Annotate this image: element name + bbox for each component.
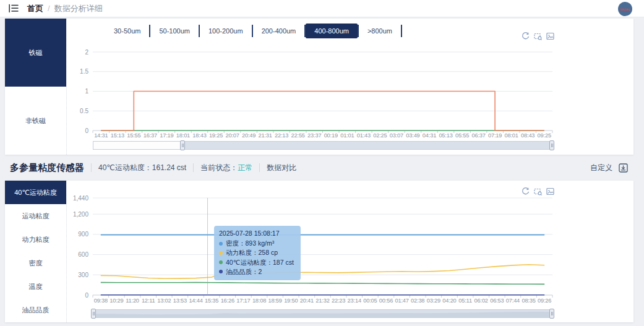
top-navbar: 首页 / 数据分析详细 inzec	[0, 0, 644, 17]
x-axis-label: 23:37	[307, 132, 321, 139]
x-axis-label: 19:25	[209, 132, 223, 139]
x-axis-label: 06:02	[474, 298, 488, 304]
datazoom-handle-left[interactable]	[180, 140, 185, 150]
filter-tab-2[interactable]: 100-200um	[200, 24, 252, 38]
datazoom-shadow	[93, 312, 552, 317]
x-axis-label: 05:55	[455, 132, 469, 139]
x-axis-label: 22:23	[332, 298, 345, 304]
status-badge: 正常	[238, 163, 252, 173]
x-axis-label: 18:59	[268, 298, 282, 304]
x-axis-label: 18:01	[176, 132, 190, 139]
filter-tab-3[interactable]: 200-400um	[253, 24, 305, 38]
x-axis-label: 21:31	[258, 132, 272, 139]
x-axis-label: 05:11	[458, 298, 472, 304]
x-axis-label: 15:35	[205, 298, 218, 304]
y-axis-label: 0.5	[80, 108, 88, 114]
x-axis-label: 22:55	[291, 132, 305, 139]
page: 首页 / 数据分析详细 inzec 铁磁非铁磁 30-50um50-100um1…	[0, 0, 644, 326]
restore-icon[interactable]	[522, 187, 530, 195]
x-axis-label: 12:11	[142, 298, 155, 304]
size-filter-tabs: 30-50um50-100um100-200um200-400um400-800…	[105, 24, 402, 38]
x-axis-label: 22:13	[275, 132, 288, 139]
breadcrumb-home[interactable]: 首页	[27, 3, 43, 14]
breadcrumb-current: 数据分析详细	[54, 3, 103, 14]
datazoom-icon[interactable]	[534, 32, 542, 40]
y-axis-label: 0	[85, 127, 88, 134]
save-image-icon[interactable]	[546, 32, 554, 40]
datazoom-icon[interactable]	[534, 187, 542, 195]
y-axis-label: 300	[78, 272, 88, 278]
sidebar-item-1[interactable]: 运动粘度	[5, 204, 66, 228]
sidebar-item-2[interactable]: 动力粘度	[5, 228, 66, 251]
customize-button[interactable]: 自定义	[590, 163, 612, 173]
sidebar-item-3[interactable]: 密度	[5, 251, 66, 275]
x-axis-label: 02:25	[373, 132, 387, 139]
viscosity-sensor-panel: 40℃运动粘度运动粘度动力粘度密度温度油品品质 03006009001,2001…	[5, 181, 633, 322]
datazoom-selected-range[interactable]	[93, 310, 552, 317]
sidebar-collapse-icon[interactable]	[9, 4, 19, 13]
metric-value: 161.24 cst	[152, 163, 186, 172]
x-axis-label: 09:38	[94, 298, 108, 304]
y-axis-label: 900	[78, 231, 88, 238]
x-axis-label: 01:43	[357, 132, 371, 139]
x-axis-label: 00:19	[324, 132, 338, 139]
x-axis-label: 17:17	[236, 298, 250, 304]
avatar[interactable]: inzec	[618, 2, 632, 16]
x-axis-label: 14:44	[189, 298, 202, 304]
particle-size-panel: 铁磁非铁磁 30-50um50-100um100-200um200-400um4…	[5, 19, 633, 155]
x-axis-label: 09:26	[538, 298, 551, 304]
x-axis-label: 00:56	[379, 298, 393, 304]
filter-tab-4[interactable]: 400-800um	[306, 24, 358, 38]
datazoom-handle-left[interactable]	[91, 309, 96, 319]
x-axis-label: 20:41	[300, 298, 314, 304]
x-axis-label: 07:19	[488, 132, 502, 139]
viscosity-sensor-chart[interactable]: 03006009001,2001,44009:3810:2911:2012:11…	[5, 181, 633, 322]
x-axis-label: 06:37	[471, 132, 485, 139]
y-axis-label: 1,200	[73, 211, 88, 218]
sensor-metric-sidebar: 40℃运动粘度运动粘度动力粘度密度温度油品品质	[5, 181, 67, 322]
restore-icon[interactable]	[522, 32, 530, 40]
datazoom-selected-range[interactable]	[182, 142, 552, 149]
x-axis-label: 23:14	[348, 298, 361, 304]
datazoom-slider[interactable]	[93, 141, 552, 150]
filter-tab-0[interactable]: 30-50um	[105, 24, 149, 38]
x-axis-label: 00:05	[363, 298, 377, 304]
x-axis-label: 13:02	[157, 298, 171, 304]
breadcrumb-separator: /	[48, 4, 50, 13]
viscosity-section-header: 多参量粘度传感器 40℃运动粘度： 161.24 cst 当前状态： 正常 数据…	[0, 155, 644, 181]
x-axis-label: 07:44	[506, 298, 520, 304]
x-axis-label: 16:26	[221, 298, 234, 304]
axis-pointer-line	[207, 198, 208, 295]
filter-tab-5[interactable]: >800um	[359, 24, 401, 38]
x-axis-label: 03:07	[390, 132, 403, 139]
x-axis-label: 05:13	[439, 132, 452, 139]
x-axis-label: 18:43	[192, 132, 206, 139]
chart-toolbox	[522, 32, 554, 40]
x-axis-label: 20:49	[242, 132, 255, 139]
save-image-icon[interactable]	[546, 187, 554, 195]
x-axis-label: 15:55	[127, 132, 140, 139]
series-line-动力粘度	[101, 265, 544, 279]
x-axis-label: 08:01	[505, 132, 518, 139]
filter-tab-1[interactable]: 50-100um	[150, 24, 199, 38]
download-box-icon[interactable]	[619, 163, 628, 173]
sidebar-item-0[interactable]: 铁磁	[5, 19, 66, 87]
sidebar-item-1[interactable]: 非铁磁	[5, 87, 66, 155]
x-axis-label: 03:49	[406, 132, 419, 139]
sidebar-item-0[interactable]: 40℃运动粘度	[5, 181, 66, 204]
y-axis-label: 600	[78, 251, 88, 258]
x-axis-label: 01:47	[395, 298, 408, 304]
y-axis-label: 1,440	[73, 195, 88, 202]
x-axis-label: 20:07	[225, 132, 239, 139]
sidebar-item-4[interactable]: 温度	[5, 275, 66, 298]
data-compare-link[interactable]: 数据对比	[267, 163, 296, 173]
datazoom-slider[interactable]	[93, 309, 552, 318]
x-axis-label: 21:32	[316, 298, 329, 304]
sidebar-item-5[interactable]: 油品品质	[5, 298, 66, 322]
x-axis-label: 08:43	[521, 132, 535, 139]
datazoom-handle-right[interactable]	[549, 309, 554, 319]
datazoom-handle-right[interactable]	[549, 140, 554, 150]
divider	[91, 163, 92, 172]
x-axis-label: 19:50	[284, 298, 298, 304]
divider	[259, 163, 260, 172]
